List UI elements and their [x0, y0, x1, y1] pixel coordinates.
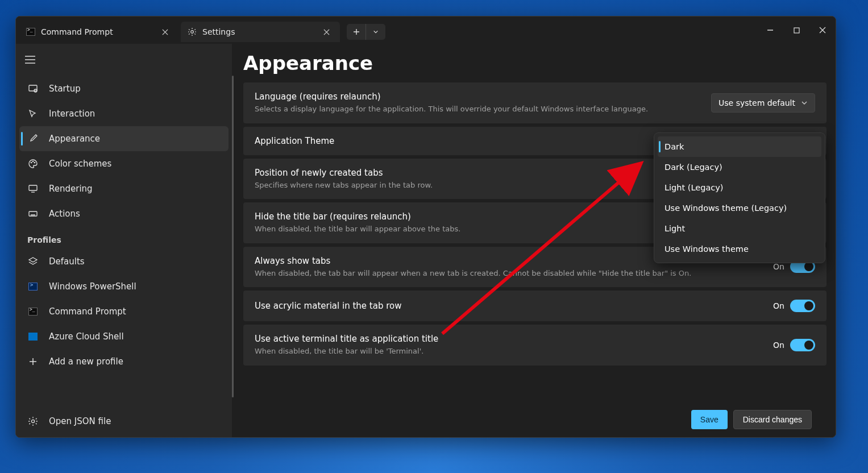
- svg-rect-7: [29, 185, 37, 190]
- tab-settings[interactable]: Settings: [181, 22, 340, 42]
- azure-icon: [27, 331, 39, 342]
- option-label: Dark (Legacy): [665, 163, 722, 172]
- sidebar-add-profile[interactable]: Add a new profile: [19, 349, 229, 374]
- sidebar-item-label: Defaults: [49, 256, 85, 267]
- sidebar-item-label: Actions: [49, 209, 80, 219]
- sidebar-item-rendering[interactable]: Rendering: [19, 176, 229, 201]
- svg-point-4: [31, 162, 31, 163]
- language-combo[interactable]: Use system default: [711, 93, 815, 113]
- settings-sidebar: Startup Interaction Appearance Color sch…: [16, 44, 232, 437]
- setting-title: Use active terminal title as application…: [255, 334, 764, 344]
- svg-rect-2: [29, 85, 37, 91]
- layers-icon: [27, 256, 39, 267]
- new-tab-button[interactable]: [347, 24, 366, 40]
- setting-acrylic[interactable]: Use acrylic material in the tab row On: [243, 291, 827, 321]
- sidebar-item-actions[interactable]: Actions: [19, 201, 229, 226]
- startup-icon: [27, 83, 39, 94]
- hamburger-button[interactable]: [19, 49, 229, 76]
- option-label: Use Windows theme: [665, 244, 749, 254]
- sidebar-item-label: Add a new profile: [49, 356, 123, 367]
- toggle-label: On: [773, 341, 784, 350]
- setting-title: Use acrylic material in the tab row: [255, 301, 764, 311]
- close-window-button[interactable]: [809, 18, 836, 42]
- minimize-button[interactable]: [757, 18, 783, 42]
- sidebar-item-label: Appearance: [49, 134, 100, 144]
- sidebar-item-label: Rendering: [49, 184, 93, 194]
- toggle-label: On: [773, 301, 784, 310]
- option-label: Light: [665, 224, 685, 233]
- sidebar-open-json[interactable]: Open JSON file: [19, 409, 229, 434]
- theme-option-windows-legacy[interactable]: Use Windows theme (Legacy): [658, 198, 821, 218]
- option-label: Dark: [665, 142, 684, 151]
- sidebar-item-startup[interactable]: Startup: [19, 76, 229, 101]
- discard-button[interactable]: Discard changes: [733, 410, 812, 429]
- gear-icon: [188, 27, 197, 36]
- chevron-down-icon: [801, 99, 808, 106]
- combo-value: Use system default: [719, 98, 795, 107]
- acrylic-toggle[interactable]: [790, 300, 815, 312]
- sidebar-item-appearance[interactable]: Appearance: [19, 126, 229, 151]
- cmd-icon: [27, 306, 39, 317]
- main-pane: Appearance Language (requires relaunch) …: [232, 44, 836, 437]
- active-title-toggle[interactable]: [790, 339, 815, 351]
- setting-active-title[interactable]: Use active terminal title as application…: [243, 325, 827, 366]
- svg-point-5: [32, 161, 33, 161]
- setting-desc: Selects a display language for the appli…: [255, 104, 702, 114]
- sidebar-profile-cmd[interactable]: Command Prompt: [19, 299, 229, 324]
- svg-rect-1: [794, 28, 799, 33]
- sidebar-item-label: Interaction: [49, 109, 95, 119]
- theme-option-dark-legacy[interactable]: Dark (Legacy): [658, 157, 821, 177]
- sidebar-item-interaction[interactable]: Interaction: [19, 101, 229, 126]
- sidebar-item-label: Command Prompt: [49, 306, 126, 317]
- gear-icon: [27, 416, 39, 427]
- keyboard-icon: [27, 208, 39, 219]
- sidebar-item-label: Windows PowerShell: [49, 281, 136, 292]
- window-body: Startup Interaction Appearance Color sch…: [16, 44, 836, 437]
- sidebar-item-color-schemes[interactable]: Color schemes: [19, 151, 229, 176]
- new-tab-dropdown-button[interactable]: [366, 24, 385, 40]
- tab-command-prompt[interactable]: Command Prompt: [19, 22, 178, 42]
- footer: Save Discard changes: [243, 402, 827, 437]
- theme-option-light[interactable]: Light: [658, 218, 821, 239]
- svg-point-0: [191, 31, 194, 34]
- save-button[interactable]: Save: [691, 410, 728, 429]
- option-label: Use Windows theme (Legacy): [665, 204, 787, 213]
- svg-point-9: [31, 420, 34, 422]
- theme-option-windows[interactable]: Use Windows theme: [658, 239, 821, 259]
- sidebar-profile-azure[interactable]: Azure Cloud Shell: [19, 324, 229, 349]
- svg-point-6: [34, 162, 35, 163]
- close-tab-button[interactable]: [319, 25, 333, 39]
- maximize-button[interactable]: [783, 18, 809, 42]
- page-title: Appearance: [243, 52, 827, 74]
- sidebar-item-label: Open JSON file: [49, 416, 111, 426]
- sidebar-item-label: Color schemes: [49, 159, 111, 169]
- window-controls: [757, 18, 836, 42]
- terminal-settings-window: Command Prompt Settings: [15, 16, 836, 438]
- tab-label: Command Prompt: [41, 27, 113, 36]
- theme-option-light-legacy[interactable]: Light (Legacy): [658, 177, 821, 198]
- profiles-header: Profiles: [19, 226, 229, 249]
- setting-language[interactable]: Language (requires relaunch) Selects a d…: [243, 82, 827, 123]
- sidebar-item-label: Startup: [49, 84, 81, 94]
- option-label: Light (Legacy): [665, 183, 724, 192]
- close-tab-button[interactable]: [158, 25, 172, 39]
- brush-icon: [27, 133, 39, 144]
- plus-icon: [27, 356, 39, 367]
- sidebar-profile-defaults[interactable]: Defaults: [19, 249, 229, 274]
- setting-desc: When disabled, the tab bar will appear w…: [255, 268, 764, 279]
- theme-option-dark[interactable]: Dark: [658, 136, 821, 157]
- title-bar: Command Prompt Settings: [16, 16, 836, 44]
- scrollbar[interactable]: [232, 76, 234, 397]
- toggle-label: On: [773, 262, 784, 271]
- theme-dropdown: Dark Dark (Legacy) Light (Legacy) Use Wi…: [654, 132, 825, 263]
- sidebar-profile-powershell[interactable]: Windows PowerShell: [19, 274, 229, 299]
- cursor-icon: [27, 108, 39, 119]
- svg-rect-8: [29, 211, 37, 216]
- tab-strip: Command Prompt Settings: [16, 18, 757, 42]
- cmd-icon: [26, 27, 35, 36]
- palette-icon: [27, 158, 39, 169]
- tab-label: Settings: [202, 27, 235, 36]
- setting-desc: When disabled, the title bar will be 'Te…: [255, 346, 764, 356]
- setting-title: Language (requires relaunch): [255, 92, 702, 102]
- new-tab-group: [347, 24, 385, 40]
